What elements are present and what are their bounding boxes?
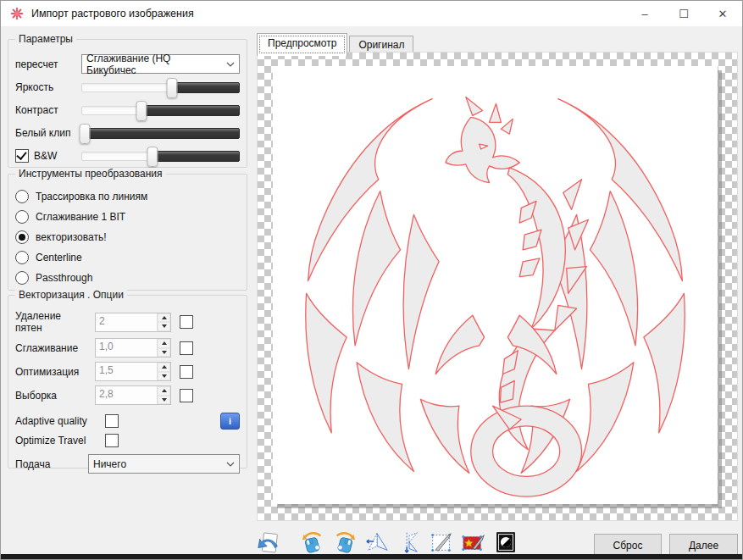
spinner-down[interactable] bbox=[158, 372, 170, 381]
contrast-label: Контраст bbox=[15, 104, 81, 116]
brightness-slider[interactable] bbox=[81, 78, 240, 97]
radio-label: Passthrough bbox=[36, 272, 92, 284]
radio-circle[interactable] bbox=[15, 251, 29, 264]
slider-thumb[interactable] bbox=[79, 124, 90, 144]
tab-label: Оригинал bbox=[358, 39, 404, 51]
bw-slider[interactable] bbox=[81, 147, 240, 165]
radio-label: Трассировка по линиям bbox=[36, 191, 147, 202]
slider-track-dark bbox=[141, 105, 240, 116]
group-parameters-legend: Параметры bbox=[15, 33, 76, 45]
smoothing-label: Сглаживание bbox=[15, 342, 86, 354]
feed-label: Подача bbox=[15, 458, 88, 470]
white-clip-slider[interactable] bbox=[81, 124, 240, 142]
flip-vertical-icon[interactable] bbox=[396, 530, 423, 555]
spot-removal-spinner[interactable]: 2 bbox=[95, 313, 171, 332]
spinner-down[interactable] bbox=[158, 396, 170, 405]
spinner-down[interactable] bbox=[158, 348, 170, 358]
preview-canvas[interactable] bbox=[257, 52, 738, 521]
optimization-checkbox[interactable] bbox=[180, 365, 193, 379]
radio-circle[interactable] bbox=[15, 230, 29, 244]
app-spark-icon bbox=[9, 6, 25, 21]
spinner-up[interactable] bbox=[158, 339, 170, 348]
optimization-spinner[interactable]: 1,5 bbox=[95, 362, 171, 381]
flip-horizontal-icon[interactable] bbox=[363, 530, 391, 555]
adaptive-quality-label: Adaptive quality bbox=[15, 415, 97, 427]
spot-removal-checkbox[interactable] bbox=[180, 315, 193, 329]
radio-passthrough[interactable]: Passthrough bbox=[15, 270, 240, 285]
spinner-up[interactable] bbox=[158, 313, 170, 323]
radio-centerline[interactable]: Centerline bbox=[15, 250, 240, 264]
group-conversion-tools: Инструменты преобразования Трассировка п… bbox=[8, 174, 247, 291]
maximize-button[interactable]: ☐ bbox=[664, 1, 703, 26]
spinner-value: 1,0 bbox=[96, 339, 157, 357]
radio-label: Сглаживание 1 BIT bbox=[36, 211, 125, 223]
image-toolbar bbox=[255, 530, 519, 555]
slider-thumb[interactable] bbox=[147, 147, 158, 167]
resample-value: Сглаживание (HQ Бикубичес bbox=[86, 53, 223, 76]
preview-image bbox=[273, 66, 718, 504]
crop-icon[interactable] bbox=[428, 530, 455, 555]
spinner-value: 1,5 bbox=[96, 363, 157, 380]
radio-vectorize[interactable]: векторизовать! bbox=[15, 230, 240, 244]
spinner-buttons[interactable] bbox=[157, 313, 170, 331]
rotate-right-icon[interactable] bbox=[331, 530, 358, 555]
spinner-value: 2,8 bbox=[96, 386, 157, 404]
spot-removal-label: Удаление пятен bbox=[15, 310, 86, 334]
group-vectorize-legend: Векторизация . Опции bbox=[15, 289, 127, 301]
spinner-up[interactable] bbox=[158, 386, 170, 396]
screen-background-strip bbox=[1, 554, 742, 559]
radio-circle[interactable] bbox=[15, 210, 29, 224]
optimize-travel-checkbox[interactable] bbox=[105, 434, 119, 447]
spinner-buttons[interactable] bbox=[157, 363, 170, 380]
smoothing-spinner[interactable]: 1,0 bbox=[95, 338, 171, 358]
radio-circle[interactable] bbox=[15, 190, 29, 203]
next-button[interactable]: Далее bbox=[669, 534, 738, 557]
spinner-buttons[interactable] bbox=[157, 386, 170, 404]
reset-button-label: Сброс bbox=[613, 540, 643, 552]
reset-button[interactable]: Сброс bbox=[594, 534, 662, 557]
adaptive-quality-checkbox[interactable] bbox=[105, 414, 119, 428]
spinner-buttons[interactable] bbox=[157, 339, 170, 357]
optimize-travel-label: Optimize Travel bbox=[15, 435, 97, 446]
resample-dropdown[interactable]: Сглаживание (HQ Бикубичес bbox=[81, 54, 240, 74]
slider-thumb[interactable] bbox=[166, 78, 177, 98]
white-clip-label: Белый клип bbox=[15, 127, 81, 139]
chevron-down-icon bbox=[226, 462, 235, 467]
close-button[interactable]: ✕ bbox=[703, 1, 742, 26]
group-parameters: Параметры пересчет Сглаживание (HQ Бикуб… bbox=[8, 39, 247, 168]
optimization-label: Оптимизация bbox=[15, 366, 86, 378]
downsampling-spinner[interactable]: 2,8 bbox=[95, 385, 171, 405]
radio-dithering-1bit[interactable]: Сглаживание 1 BIT bbox=[15, 209, 240, 224]
slider-track-dark bbox=[152, 151, 240, 162]
edit-image-icon[interactable] bbox=[460, 530, 487, 555]
bw-label: B&W bbox=[34, 150, 57, 162]
chevron-down-icon bbox=[226, 62, 235, 67]
slider-thumb[interactable] bbox=[136, 101, 147, 121]
contrast-slider[interactable] bbox=[81, 101, 240, 119]
tab-preview[interactable]: Предпросмотр bbox=[257, 33, 347, 56]
spinner-down[interactable] bbox=[158, 322, 170, 331]
smoothing-checkbox[interactable] bbox=[180, 341, 193, 355]
spinner-up[interactable] bbox=[158, 363, 170, 372]
dragon-vector-preview bbox=[273, 66, 718, 504]
spinner-value: 2 bbox=[96, 313, 157, 331]
revert-icon[interactable] bbox=[255, 530, 282, 555]
rotate-left-icon[interactable] bbox=[299, 530, 326, 555]
feed-dropdown[interactable]: Ничего bbox=[88, 454, 240, 474]
feed-value: Ничего bbox=[93, 458, 126, 470]
slider-track-dark bbox=[172, 82, 240, 93]
radio-label: Centerline bbox=[36, 252, 82, 263]
info-button[interactable]: i bbox=[220, 413, 240, 430]
import-raster-dialog: { "window": { "title": "Импорт растровог… bbox=[0, 0, 743, 560]
minimize-button[interactable]: – bbox=[625, 1, 664, 26]
group-conversion-legend: Инструменты преобразования bbox=[15, 168, 166, 180]
radio-line-trace[interactable]: Трассировка по линиям bbox=[15, 189, 240, 203]
window-title: Импорт растрового изображения bbox=[31, 8, 194, 19]
bw-checkbox[interactable] bbox=[15, 149, 29, 163]
invert-icon[interactable] bbox=[492, 530, 519, 555]
title-bar: Импорт растрового изображения – ☐ ✕ bbox=[1, 1, 742, 27]
radio-circle[interactable] bbox=[15, 271, 29, 285]
downsampling-label: Выборка bbox=[15, 390, 86, 402]
downsampling-checkbox[interactable] bbox=[180, 389, 193, 402]
brightness-label: Яркость bbox=[15, 81, 81, 93]
